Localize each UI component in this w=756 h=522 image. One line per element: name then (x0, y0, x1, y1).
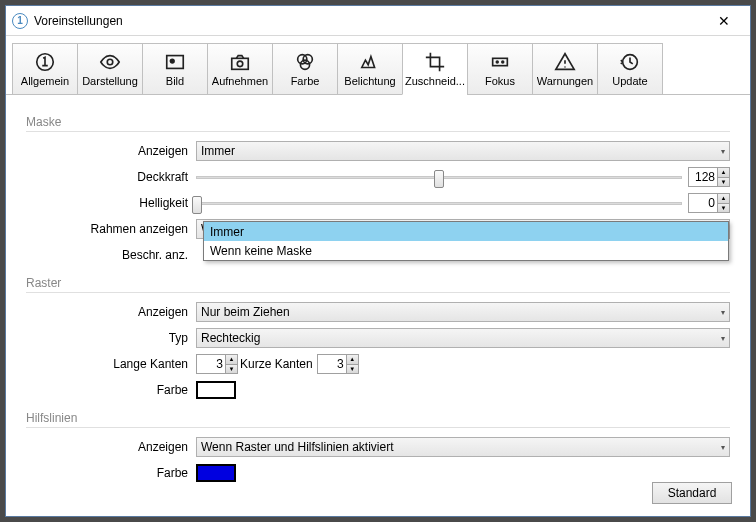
app-icon: 1 (12, 13, 28, 29)
close-button[interactable]: ✕ (704, 7, 744, 35)
select-maske-anzeigen[interactable]: Immer▾ (196, 141, 730, 161)
dropdown-beschr-anz[interactable]: Immer Wenn keine Maske (203, 221, 729, 261)
dropdown-option-wenn-keine-maske[interactable]: Wenn keine Maske (204, 241, 728, 260)
focus-icon (489, 51, 511, 73)
preferences-window: 1 Voreinstellungen ✕ Allgemein Darstellu… (5, 5, 751, 517)
chevron-down-icon: ▾ (721, 308, 725, 317)
label-lange-kanten: Lange Kanten (26, 357, 196, 371)
image-icon (164, 51, 186, 73)
dropdown-option-immer[interactable]: Immer (204, 222, 728, 241)
tab-update[interactable]: Update (597, 43, 663, 95)
numbox-deckkraft[interactable]: ▲▼ (688, 167, 730, 187)
svg-point-5 (237, 61, 243, 67)
exposure-icon (359, 51, 381, 73)
spin-up[interactable]: ▲ (717, 194, 729, 204)
svg-point-11 (502, 61, 504, 63)
tab-darstellung[interactable]: Darstellung (77, 43, 143, 95)
label-raster-farbe: Farbe (26, 383, 196, 397)
slider-deckkraft[interactable] (196, 176, 682, 179)
numbox-lange-kanten[interactable]: ▲▼ (196, 354, 238, 374)
svg-rect-9 (493, 58, 508, 65)
tab-bild[interactable]: Bild (142, 43, 208, 95)
standard-button[interactable]: Standard (652, 482, 732, 504)
label-rahmen-anzeigen: Rahmen anzeigen (26, 222, 196, 236)
spin-down[interactable]: ▼ (717, 178, 729, 187)
tab-zuschneiden[interactable]: Zuschneid... (402, 43, 468, 95)
section-hilfslinien: Hilfslinien (26, 411, 730, 428)
label-helligkeit: Helligkeit (26, 196, 196, 210)
spin-up[interactable]: ▲ (225, 355, 237, 365)
slider-helligkeit[interactable] (196, 202, 682, 205)
numbox-helligkeit[interactable]: ▲▼ (688, 193, 730, 213)
svg-rect-2 (167, 56, 184, 69)
label-hilfslinien-anzeigen: Anzeigen (26, 440, 196, 454)
svg-point-8 (300, 60, 309, 69)
tab-farbe[interactable]: Farbe (272, 43, 338, 95)
spin-down[interactable]: ▼ (346, 365, 358, 374)
svg-point-7 (303, 55, 312, 64)
tab-warnungen[interactable]: Warnungen (532, 43, 598, 95)
update-icon (619, 51, 641, 73)
select-raster-anzeigen[interactable]: Nur beim Ziehen▾ (196, 302, 730, 322)
tabs-bar: Allgemein Darstellung Bild Aufnehmen Far… (6, 36, 750, 95)
window-title: Voreinstellungen (34, 14, 704, 28)
spin-up[interactable]: ▲ (346, 355, 358, 365)
spin-down[interactable]: ▼ (225, 365, 237, 374)
section-maske: Maske (26, 115, 730, 132)
select-typ[interactable]: Rechteckig▾ (196, 328, 730, 348)
warning-icon (554, 51, 576, 73)
eye-icon (99, 51, 121, 73)
svg-point-10 (496, 61, 498, 63)
spin-up[interactable]: ▲ (717, 168, 729, 178)
label-hilfslinien-farbe: Farbe (26, 466, 196, 480)
color-circles-icon (294, 51, 316, 73)
numbox-kurze-kanten[interactable]: ▲▼ (317, 354, 359, 374)
camera-icon (229, 51, 251, 73)
tab-belichtung[interactable]: Belichtung (337, 43, 403, 95)
select-hilfslinien-anzeigen[interactable]: Wenn Raster und Hilfslinien aktiviert▾ (196, 437, 730, 457)
tab-aufnehmen[interactable]: Aufnehmen (207, 43, 273, 95)
svg-point-3 (170, 59, 174, 63)
label-maske-anzeigen: Anzeigen (26, 144, 196, 158)
color-swatch-raster[interactable] (196, 381, 236, 399)
label-deckkraft: Deckkraft (26, 170, 196, 184)
number-one-icon (34, 51, 56, 73)
tab-fokus[interactable]: Fokus (467, 43, 533, 95)
section-raster: Raster (26, 276, 730, 293)
titlebar: 1 Voreinstellungen ✕ (6, 6, 750, 36)
chevron-down-icon: ▾ (721, 147, 725, 156)
slider-thumb[interactable] (192, 196, 202, 214)
label-raster-anzeigen: Anzeigen (26, 305, 196, 319)
chevron-down-icon: ▾ (721, 334, 725, 343)
crop-icon (424, 51, 446, 73)
chevron-down-icon: ▾ (721, 443, 725, 452)
svg-rect-4 (232, 58, 249, 69)
tab-allgemein[interactable]: Allgemein (12, 43, 78, 95)
label-beschr-anz: Beschr. anz. (26, 248, 196, 262)
color-swatch-hilfslinien[interactable] (196, 464, 236, 482)
svg-point-1 (107, 59, 113, 65)
spin-down[interactable]: ▼ (717, 204, 729, 213)
slider-thumb[interactable] (434, 170, 444, 188)
label-kurze-kanten: Kurze Kanten (240, 357, 313, 371)
label-typ: Typ (26, 331, 196, 345)
content-area: Maske Anzeigen Immer▾ Deckkraft ▲▼ Helli… (6, 95, 750, 498)
